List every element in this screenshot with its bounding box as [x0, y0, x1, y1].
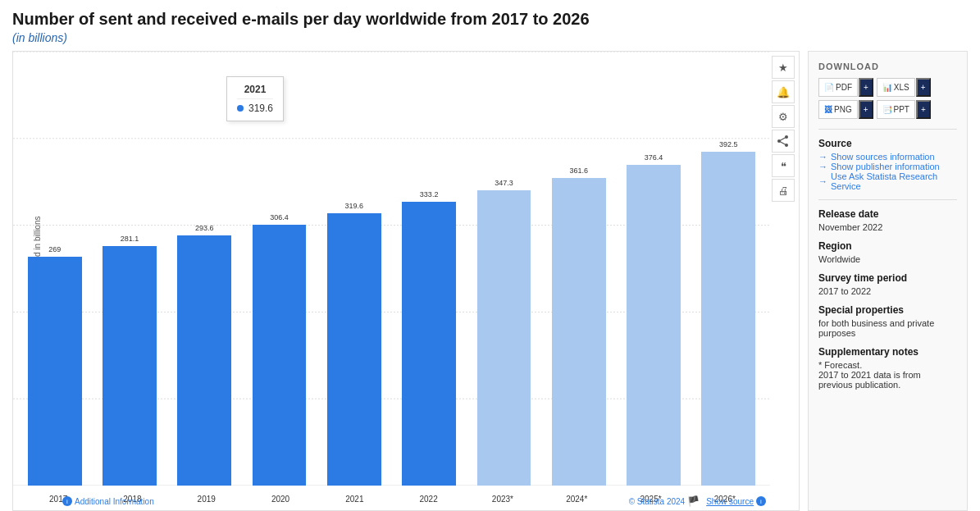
special-value: for both business and private purposes [818, 318, 957, 338]
bar-group: 319.6 [317, 60, 391, 486]
share-button[interactable] [772, 130, 795, 153]
source-label: Source [818, 138, 957, 149]
svg-line-15 [779, 137, 786, 141]
bar-group: 281.1 [92, 60, 166, 486]
bar-2017: 269 [28, 257, 82, 486]
download-buttons: 📄 PDF + 📊 XLS + 🖼 [818, 78, 957, 119]
region-label: Region [818, 240, 957, 252]
pdf-button[interactable]: 📄 PDF [818, 78, 858, 97]
chart-icon-group: ★ 🔔 ⚙ ❝ 🖨 [768, 52, 799, 206]
release-date-label: Release date [818, 208, 957, 220]
bar-group: 361.6 [541, 60, 616, 486]
bar-group: 392.5 [691, 60, 766, 486]
show-sources-link[interactable]: → Show sources information [818, 152, 957, 162]
bar-value-label: 347.3 [477, 179, 531, 187]
region-value: Worldwide [818, 254, 957, 264]
show-sources-text: Show sources information [831, 152, 935, 162]
supplementary-label: Supplementary notes [818, 346, 957, 358]
pdf-download-group: 📄 PDF + [818, 78, 873, 97]
supplementary-section: Supplementary notes * Forecast. 2017 to … [818, 346, 957, 390]
bar-2023*: 347.3 [477, 190, 531, 486]
bar-2022: 333.2 [402, 202, 456, 486]
settings-button[interactable]: ⚙ [772, 105, 795, 128]
pdf-plus-button[interactable]: + [859, 78, 873, 97]
bar-group: 306.4 [242, 60, 317, 486]
bar-value-label: 392.5 [701, 140, 755, 148]
bar-2021: 319.6 [327, 213, 381, 486]
bar-2020: 306.4 [253, 225, 307, 486]
png-label: PNG [834, 105, 852, 114]
svg-line-16 [779, 141, 786, 145]
statista-brand: © Statista 2024 [629, 497, 686, 506]
bar-value-label: 376.4 [627, 153, 681, 162]
special-label: Special properties [818, 304, 957, 316]
png-download-group: 🖼 PNG + [818, 100, 873, 119]
png-icon: 🖼 [824, 105, 832, 114]
statista-flag-icon: 🏴 [687, 495, 700, 507]
chart-footer: i Additional Information © Statista 2024… [58, 492, 770, 510]
bar-value-label: 361.6 [552, 167, 606, 175]
ppt-button[interactable]: 📑 PPT [877, 100, 915, 119]
pdf-icon: 📄 [824, 83, 834, 92]
cite-button[interactable]: ❝ [772, 154, 795, 177]
chart-subtitle: (in billions) [12, 31, 968, 44]
show-source-link[interactable]: Show source [706, 497, 754, 506]
additional-info-link[interactable]: i Additional Information [62, 496, 154, 506]
survey-value: 2017 to 2022 [818, 286, 957, 296]
xls-label: XLS [894, 83, 909, 92]
arrow-icon-3: → [818, 176, 827, 186]
bar-2026*: 392.5 [701, 152, 755, 486]
xls-plus-button[interactable]: + [916, 78, 931, 97]
bar-value-label: 269 [28, 245, 82, 253]
arrow-icon-1: → [818, 152, 827, 162]
bar-2018: 281.1 [103, 246, 157, 486]
xls-icon: 📊 [882, 83, 892, 92]
png-plus-button[interactable]: + [859, 100, 873, 119]
alert-button[interactable]: 🔔 [772, 80, 795, 103]
bar-2024*: 361.6 [552, 178, 606, 486]
source-section: Source → Show sources information → Show… [818, 138, 957, 191]
arrow-icon-2: → [818, 162, 827, 171]
xls-download-group: 📊 XLS + [877, 78, 931, 97]
png-button[interactable]: 🖼 PNG [818, 100, 858, 119]
ppt-download-group: 📑 PPT + [877, 100, 931, 119]
source-info: © Statista 2024 🏴 Show source i [629, 495, 766, 507]
bar-2025*: 376.4 [627, 165, 681, 486]
favorite-button[interactable]: ★ [772, 56, 795, 79]
release-date-section: Release date November 2022 [818, 208, 957, 232]
survey-section: Survey time period 2017 to 2022 [818, 272, 957, 296]
ask-statista-link[interactable]: → Use Ask Statista Research Service [818, 171, 957, 191]
download-title: DOWNLOAD [818, 62, 957, 71]
ppt-icon: 📑 [882, 105, 892, 114]
bar-group: 347.3 [467, 60, 541, 486]
print-button[interactable]: 🖨 [772, 179, 795, 202]
info-icon: i [62, 496, 72, 506]
ask-statista-text: Use Ask Statista Research Service [831, 171, 957, 191]
divider-2 [818, 199, 957, 200]
ppt-label: PPT [894, 105, 909, 114]
survey-label: Survey time period [818, 272, 957, 284]
release-date-value: November 2022 [818, 222, 957, 232]
sidebar: DOWNLOAD 📄 PDF + 📊 XLS + [808, 51, 968, 511]
bar-value-label: 319.6 [327, 202, 381, 210]
show-publisher-link[interactable]: → Show publisher information [818, 162, 957, 171]
bar-value-label: 306.4 [253, 213, 307, 221]
share-icon [777, 135, 789, 147]
bar-group: 376.4 [616, 60, 691, 486]
download-section: DOWNLOAD 📄 PDF + 📊 XLS + [818, 62, 957, 119]
chart-title: Number of sent and received e-mails per … [12, 8, 968, 30]
bar-group: 269 [17, 60, 92, 486]
supplementary-value: * Forecast. 2017 to 2021 data is from pr… [818, 360, 957, 390]
ppt-plus-button[interactable]: + [916, 100, 931, 119]
bar-group: 293.6 [167, 60, 242, 486]
source-info-icon: i [756, 496, 766, 506]
show-publisher-text: Show publisher information [831, 162, 940, 171]
pdf-label: PDF [836, 83, 852, 92]
bar-value-label: 281.1 [103, 235, 157, 243]
bar-value-label: 293.6 [177, 224, 231, 232]
additional-info-text: Additional Information [75, 497, 154, 506]
xls-button[interactable]: 📊 XLS [877, 78, 915, 97]
bar-2019: 293.6 [177, 235, 231, 486]
divider-1 [818, 129, 957, 130]
bar-group: 333.2 [391, 60, 466, 486]
